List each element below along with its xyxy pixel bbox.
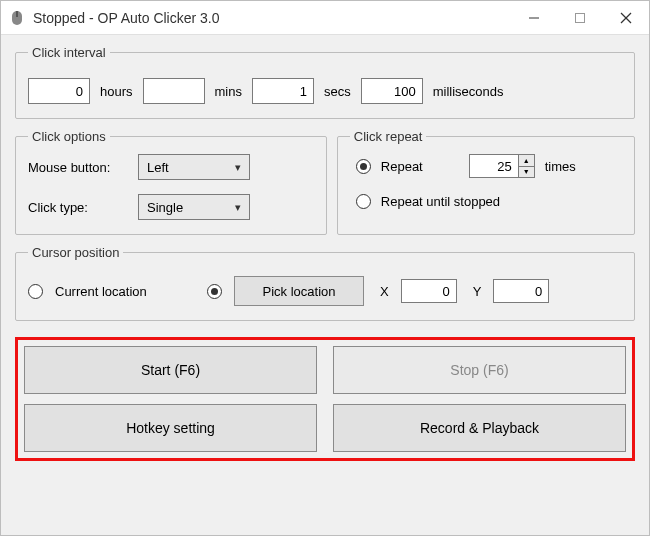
current-location-label: Current location xyxy=(55,284,195,299)
titlebar: Stopped - OP Auto Clicker 3.0 xyxy=(1,1,649,35)
app-icon xyxy=(9,10,25,26)
times-label: times xyxy=(545,159,576,174)
record-playback-button[interactable]: Record & Playback xyxy=(333,404,626,452)
mouse-button-label: Mouse button: xyxy=(28,160,128,175)
svg-rect-1 xyxy=(16,11,18,17)
secs-label: secs xyxy=(324,84,351,99)
interval-row: hours mins secs milliseconds xyxy=(28,70,622,104)
x-input[interactable] xyxy=(401,279,457,303)
hotkey-button-label: Hotkey setting xyxy=(126,420,215,436)
app-window: Stopped - OP Auto Clicker 3.0 Click inte… xyxy=(0,0,650,536)
action-buttons: Start (F6) Stop (F6) Hotkey setting Reco… xyxy=(15,337,635,461)
click-interval-legend: Click interval xyxy=(28,45,110,60)
click-options-group: Click options Mouse button: Left ▾ Click… xyxy=(15,129,327,235)
window-controls xyxy=(511,1,649,34)
mouse-button-value: Left xyxy=(147,160,169,175)
repeat-label: Repeat xyxy=(381,159,423,174)
x-label: X xyxy=(380,284,389,299)
mins-input[interactable] xyxy=(143,78,205,104)
hotkey-setting-button[interactable]: Hotkey setting xyxy=(24,404,317,452)
click-repeat-legend: Click repeat xyxy=(350,129,427,144)
pick-location-radio[interactable] xyxy=(207,284,222,299)
ms-label: milliseconds xyxy=(433,84,504,99)
minimize-button[interactable] xyxy=(511,1,557,34)
chevron-down-icon: ▾ xyxy=(235,161,241,174)
click-type-value: Single xyxy=(147,200,183,215)
window-title: Stopped - OP Auto Clicker 3.0 xyxy=(33,10,511,26)
click-type-label: Click type: xyxy=(28,200,128,215)
repeat-count-input[interactable] xyxy=(470,155,518,177)
chevron-down-icon: ▾ xyxy=(235,201,241,214)
repeat-radio[interactable] xyxy=(356,159,371,174)
close-button[interactable] xyxy=(603,1,649,34)
click-options-legend: Click options xyxy=(28,129,110,144)
click-type-select[interactable]: Single ▾ xyxy=(138,194,250,220)
content-area: Click interval hours mins secs milliseco… xyxy=(1,35,649,535)
y-input[interactable] xyxy=(493,279,549,303)
cursor-position-legend: Cursor position xyxy=(28,245,123,260)
stop-button[interactable]: Stop (F6) xyxy=(333,346,626,394)
hours-input[interactable] xyxy=(28,78,90,104)
maximize-button[interactable] xyxy=(557,1,603,34)
repeat-count-stepper[interactable]: ▲ ▼ xyxy=(469,154,535,178)
record-button-label: Record & Playback xyxy=(420,420,539,436)
y-label: Y xyxy=(473,284,482,299)
ms-input[interactable] xyxy=(361,78,423,104)
mouse-button-select[interactable]: Left ▾ xyxy=(138,154,250,180)
stop-button-label: Stop (F6) xyxy=(450,362,508,378)
spin-down-icon[interactable]: ▼ xyxy=(519,167,534,178)
options-repeat-row: Click options Mouse button: Left ▾ Click… xyxy=(15,129,635,235)
click-repeat-group: Click repeat Repeat ▲ ▼ tim xyxy=(337,129,635,235)
mins-label: mins xyxy=(215,84,242,99)
spin-up-icon[interactable]: ▲ xyxy=(519,155,534,167)
repeat-until-label: Repeat until stopped xyxy=(381,194,500,209)
hours-label: hours xyxy=(100,84,133,99)
secs-input[interactable] xyxy=(252,78,314,104)
pick-location-button[interactable]: Pick location xyxy=(234,276,364,306)
svg-rect-3 xyxy=(576,13,585,22)
start-button-label: Start (F6) xyxy=(141,362,200,378)
start-button[interactable]: Start (F6) xyxy=(24,346,317,394)
pick-location-button-label: Pick location xyxy=(263,284,336,299)
current-location-radio[interactable] xyxy=(28,284,43,299)
repeat-until-radio[interactable] xyxy=(356,194,371,209)
click-interval-group: Click interval hours mins secs milliseco… xyxy=(15,45,635,119)
cursor-position-group: Cursor position Current location Pick lo… xyxy=(15,245,635,321)
